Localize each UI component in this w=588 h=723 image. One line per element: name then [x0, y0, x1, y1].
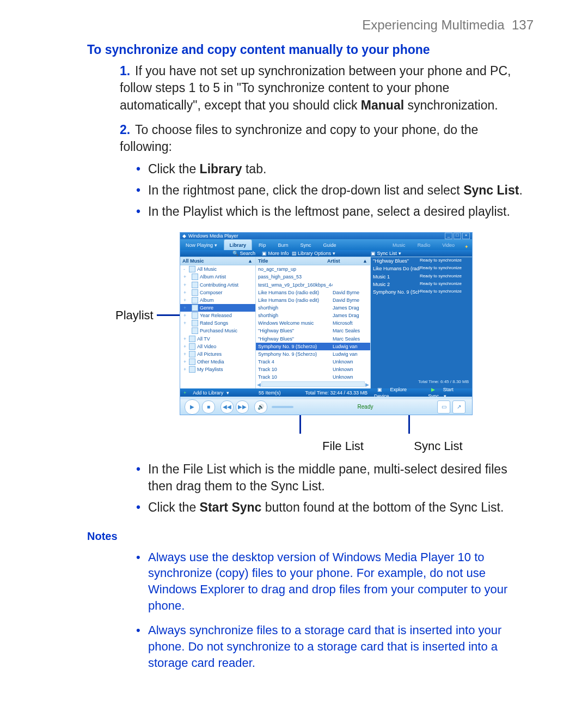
file-row[interactable]: no_agc_ramp_up — [256, 265, 370, 273]
tree-header: All Music▲ — [180, 257, 255, 265]
step-text: To choose files to synchronize and copy … — [120, 123, 478, 154]
tree-item[interactable]: +All Video — [180, 343, 255, 350]
file-list-pane[interactable]: TitleArtist▲ no_agc_ramp_uppass_high_pas… — [256, 257, 371, 388]
file-row[interactable]: Windows Welcome musicMicrosoft — [256, 319, 370, 327]
tree-item[interactable]: + Year Released — [180, 312, 255, 319]
tree-item[interactable]: + Album — [180, 296, 255, 304]
sync-row[interactable]: "Highway Blues"Ready to synchronize — [371, 257, 472, 265]
scroll-right-icon[interactable]: ▶ — [365, 381, 369, 388]
file-row[interactable]: Symphony No. 9 (Scherzo)Ludwig van — [256, 343, 370, 350]
sync-row[interactable]: Symphony No. 9 (Scherzo)Ready to synchro… — [371, 288, 472, 296]
more-info-button[interactable]: More Info — [268, 251, 289, 256]
tab-rip[interactable]: Rip — [253, 240, 272, 250]
options-icon: ▤ — [292, 251, 297, 256]
substep: In the File List which is the middle pan… — [136, 461, 534, 495]
file-row[interactable]: Track 10Unknown — [256, 373, 370, 381]
tree-item[interactable]: +All Pictures — [180, 350, 255, 358]
shuffle-button[interactable]: ↗ — [452, 400, 465, 414]
step-1: 1.If you have not set up synchronization… — [120, 63, 534, 113]
tab-library[interactable]: Library — [224, 239, 253, 250]
tree-item[interactable]: + Album Artist — [180, 273, 255, 281]
substep: In the rightmost pane, click the drop-do… — [136, 182, 534, 199]
tab-now-playing[interactable]: Now Playing ▾ — [180, 240, 223, 250]
sync-list-dropdown[interactable]: Sync List — [377, 251, 397, 256]
substep: Click the Library tab. — [136, 161, 534, 178]
sync-row[interactable]: Music 2Ready to synchronize — [371, 281, 472, 288]
note-item: Always synchronize files to a storage ca… — [136, 622, 534, 671]
sync-row[interactable]: Music 1Ready to synchronize — [371, 273, 472, 281]
prev-button[interactable]: ◀◀ — [220, 400, 234, 414]
step-text: If you have not set up synchronization b… — [120, 64, 511, 112]
file-row[interactable]: "Highway Blues"Marc Seales — [256, 327, 370, 335]
file-row[interactable]: Track 10Unknown — [256, 366, 370, 373]
file-row[interactable]: shorthighJames Drag — [256, 304, 370, 312]
file-row[interactable]: shorthighJames Drag — [256, 312, 370, 319]
note-item: Always use the desktop version of Window… — [136, 549, 534, 614]
wmp-title: Windows Media Player — [188, 233, 238, 239]
substep: Click the Start Sync button found at the… — [136, 499, 534, 516]
sync-icon: ▣ — [371, 251, 376, 256]
file-row[interactable]: Like Humans Do (radio edit)David Byrne — [256, 289, 370, 296]
mute-button[interactable]: 🔊 — [254, 400, 267, 414]
item-count: 55 Item(s) — [255, 390, 284, 396]
stop-button[interactable]: ■ — [202, 400, 215, 414]
file-row[interactable]: Like Humans Do (radio edit)David Byrne — [256, 296, 370, 304]
file-row[interactable]: test1_wma_v9_1pcbr_160kbps_44khz_2 — [256, 281, 370, 289]
wmp-toolbar: 🔍 Search ▣ More Info ▤ Library Options ▾… — [180, 250, 472, 257]
wmp-tabs: Now Playing ▾ Library Rip Burn Sync Guid… — [180, 239, 472, 250]
section-title: To synchronize and copy content manually… — [87, 41, 534, 58]
volume-slider[interactable] — [272, 406, 293, 408]
playlist-pane[interactable]: All Music▲ -All Music+ Album Artist+ Con… — [180, 257, 256, 388]
wmp-flag-icon: ✦ — [461, 244, 472, 250]
search-label[interactable]: Search — [240, 250, 255, 257]
tab-burn[interactable]: Burn — [273, 240, 294, 250]
minimize-button[interactable]: _ — [445, 233, 452, 239]
wmp-logo-icon: ◆ — [182, 233, 186, 239]
file-row[interactable]: "Highway Blues"Marc Seales — [256, 335, 370, 343]
sync-list-pane[interactable]: "Highway Blues"Ready to synchronizeLike … — [371, 257, 472, 388]
next-button[interactable]: ▶▶ — [236, 400, 249, 414]
callout-playlist: Playlist — [115, 307, 154, 324]
step-2: 2.To choose files to synchronize and cop… — [120, 121, 534, 516]
tab-music[interactable]: Music — [387, 240, 411, 250]
tree-item[interactable]: +My Playlists — [180, 366, 255, 373]
page-number: 137 — [512, 17, 534, 32]
add-to-library-button[interactable]: Add to Library — [189, 390, 226, 396]
tree-item[interactable]: + Composer — [180, 289, 255, 296]
tree-item[interactable]: + Contributing Artist — [180, 281, 255, 289]
sync-row[interactable]: Like Humans Do (radio edit)Ready to sync… — [371, 265, 472, 272]
wmp-titlebar: ◆ Windows Media Player _ □ × — [180, 233, 472, 239]
info-icon: ▣ — [262, 251, 267, 256]
play-button[interactable]: ▶ — [185, 399, 200, 415]
page-header: Experiencing Multimedia 137 — [87, 16, 534, 34]
scrollbar-h[interactable] — [261, 381, 365, 387]
tree-item[interactable]: +All TV — [180, 335, 255, 343]
device-icon: ▣ — [374, 387, 385, 392]
wmp-statusbar: +Add to Library ▾ 55 Item(s)Total Time: … — [180, 388, 472, 397]
section-name: Experiencing Multimedia — [362, 17, 504, 32]
files-header: TitleArtist▲ — [256, 257, 370, 265]
file-row[interactable]: Track 4Unknown — [256, 358, 370, 366]
play-icon: ▶ — [428, 387, 438, 392]
search-icon: 🔍 — [232, 250, 238, 257]
tree-item[interactable]: -All Music — [180, 265, 255, 273]
tab-video[interactable]: Video — [437, 240, 460, 250]
ready-status: Ready — [293, 403, 437, 411]
tab-guide[interactable]: Guide — [318, 240, 342, 250]
tab-radio[interactable]: Radio — [412, 240, 436, 250]
add-icon: + — [180, 390, 189, 396]
substep: In the Playlist which is the leftmost pa… — [136, 203, 534, 220]
tree-item[interactable]: + Genre — [180, 304, 255, 312]
library-options-button[interactable]: Library Options — [298, 251, 331, 256]
tree-item[interactable]: + Rated Songs — [180, 319, 255, 327]
file-row[interactable]: pass_high_pass_53 — [256, 273, 370, 281]
view-button[interactable]: ▭ — [437, 400, 450, 414]
scroll-left-icon[interactable]: ◀ — [257, 381, 261, 388]
close-button[interactable]: × — [462, 233, 470, 239]
tab-sync[interactable]: Sync — [295, 240, 317, 250]
file-row[interactable]: Symphony No. 9 (Scherzo)Ludwig van — [256, 350, 370, 358]
maximize-button[interactable]: □ — [454, 233, 461, 239]
tree-item[interactable]: Purchased Music — [180, 327, 255, 335]
tree-item[interactable]: +Other Media — [180, 358, 255, 366]
notes-title: Notes — [87, 529, 534, 544]
